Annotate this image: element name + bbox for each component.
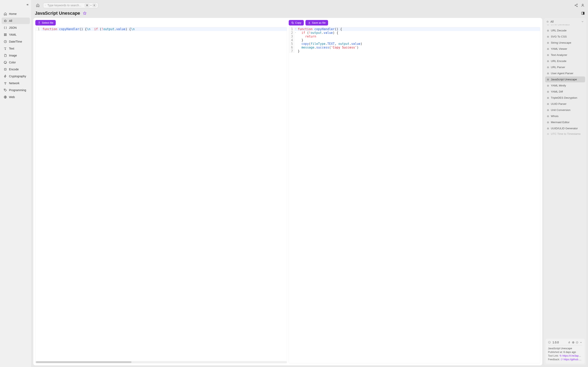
tool-item-whois[interactable]: Whois (545, 113, 585, 119)
sidebar-item-label: Date/Time (9, 40, 22, 43)
search-input[interactable] (47, 4, 83, 7)
tool-item-string-unescape[interactable]: String Unescape (545, 40, 585, 46)
svg-point-21 (548, 30, 549, 31)
sidebar-item-label: All (9, 19, 12, 22)
tool-item-uuid-ulid-generator[interactable]: UUID/ULID Generator (545, 125, 585, 131)
code-line[interactable]: 6 message.success('Copy Success') (289, 46, 540, 49)
code-line[interactable]: 4 } (289, 38, 540, 42)
sidebar-collapse-button[interactable] (26, 3, 29, 6)
search-box[interactable]: ⌘ + K (43, 3, 98, 8)
tool-item-label: JavaScript Unescape (551, 78, 577, 81)
select-file-button[interactable]: Select file (35, 20, 56, 25)
chevron-down-icon[interactable] (580, 341, 582, 344)
right-panel-label: All (550, 20, 554, 23)
home-button[interactable] (35, 2, 41, 8)
message-icon[interactable] (561, 358, 563, 360)
tool-item-url-encode[interactable]: URL Encode (545, 58, 585, 64)
sidebar-item-json[interactable]: JSON (2, 25, 30, 31)
grid-icon (4, 33, 7, 36)
sidebar-item-all[interactable]: All (2, 17, 30, 24)
feedback-link[interactable]: https://github.com/… (563, 358, 582, 361)
tool-item-unit-conversion[interactable]: Unit Conversion (545, 107, 585, 113)
bug-icon (547, 29, 549, 32)
code-line[interactable]: 7} (289, 49, 540, 53)
copy-icon (291, 21, 294, 24)
sidebar-item-image[interactable]: Image (2, 52, 30, 59)
bug-icon (547, 66, 549, 68)
code-line[interactable]: 1function copyHandler() {\n if (!output.… (35, 27, 287, 31)
sidebar-item-network[interactable]: Network (2, 80, 30, 86)
code-line[interactable]: 2⌄ if (!output.value) { (289, 31, 540, 35)
code-line[interactable]: 5 copy(fileType.TEXT, output.value) (289, 42, 540, 46)
bug-icon (547, 115, 549, 117)
bug-icon (547, 133, 549, 135)
tool-item-utc-time-to-timestamp[interactable]: UTC Time to Timestamp (545, 132, 585, 135)
sidebar-item-label: YAML (9, 33, 17, 36)
sidebar: HomeAllJSONYAMLDate/TimeTextImageColorEn… (0, 0, 32, 367)
sidebar-item-cryptography[interactable]: Cryptography (2, 73, 30, 80)
sidebar-item-yaml[interactable]: YAML (2, 31, 30, 38)
page-title: JavaScript Unescape (35, 11, 80, 16)
braces-icon (4, 26, 7, 29)
tool-list[interactable]: UTM GeneratorURL DecodeSVG To CSSString … (544, 25, 586, 337)
input-code-editor[interactable]: 1function copyHandler() {\n if (!output.… (35, 27, 287, 363)
tool-item-tripledes-decryption[interactable]: TripleDES Decryption (545, 95, 585, 101)
bug-icon (547, 48, 549, 50)
tool-item-user-agent-parser[interactable]: User Agent Parser (545, 70, 585, 76)
tool-item-label: YAML Viewer (551, 47, 567, 50)
info-box: 1.0.0 JavaScript Unescape Published at: … (545, 339, 585, 364)
tool-item-yaml-diff[interactable]: YAML Diff (545, 89, 585, 95)
sidebar-item-color[interactable]: Color (2, 59, 30, 66)
line-number: 5 (289, 42, 295, 46)
tool-item-url-decode[interactable]: URL Decode (545, 27, 585, 33)
code-line[interactable]: 3 return (289, 35, 540, 38)
sidebar-item-programming[interactable]: Programming (2, 87, 30, 93)
tool-link[interactable]: https://t.he3app.co… (562, 354, 582, 357)
check-circle-icon[interactable] (576, 341, 579, 344)
right-panel-header[interactable]: All (544, 18, 586, 25)
tool-item-url-parser[interactable]: URL Parser (545, 64, 585, 70)
tool-item-label: URL Encode (551, 59, 566, 63)
tool-item-svg-to-css[interactable]: SVG To CSS (545, 34, 585, 40)
sidebar-nav: HomeAllJSONYAMLDate/TimeTextImageColorEn… (0, 11, 31, 100)
tool-item-label: YAML Diff (551, 90, 563, 93)
tool-item-javascript-unescape[interactable]: JavaScript Unescape (545, 76, 585, 82)
globe-icon[interactable] (572, 341, 575, 344)
right-panel: All UTM GeneratorURL DecodeSVG To CSSStr… (544, 18, 586, 365)
tool-item-yaml-viewer[interactable]: YAML Viewer (545, 46, 585, 52)
horizontal-scrollbar[interactable] (35, 361, 287, 363)
user-button[interactable] (581, 3, 585, 7)
svg-point-23 (548, 42, 549, 44)
svg-point-37 (548, 128, 549, 129)
fold-arrow-icon[interactable]: ⌄ (295, 31, 297, 35)
tool-item-label: String Unescape (551, 41, 571, 44)
save-as-file-button[interactable]: Save as file (305, 20, 328, 25)
bolt-icon[interactable] (568, 341, 571, 344)
sidebar-item-label: Image (9, 54, 17, 57)
favorite-button[interactable] (83, 11, 86, 15)
tool-item-yaml-minify[interactable]: YAML Minify (545, 83, 585, 89)
fold-arrow-icon[interactable]: ⌄ (295, 27, 297, 31)
tool-item-utm-generator[interactable]: UTM Generator (545, 25, 585, 27)
svg-rect-3 (4, 35, 5, 36)
page-header: JavaScript Unescape (32, 11, 588, 18)
sidebar-item-text[interactable]: Text (2, 45, 30, 52)
sidebar-item-web[interactable]: Web (2, 94, 30, 100)
tool-item-mermaid-editor[interactable]: Mermaid Editor (545, 119, 585, 125)
sidebar-item-encode[interactable]: Encode (2, 66, 30, 73)
copy-icon[interactable] (559, 355, 562, 357)
tool-item-label: Whois (551, 115, 559, 118)
tool-item-uuid-parser[interactable]: UUID Parser (545, 101, 585, 107)
copy-button[interactable]: Copy (289, 20, 304, 25)
output-code-editor[interactable]: 1⌄function copyHandler() {2⌄ if (!output… (289, 27, 540, 363)
bug-icon (547, 103, 549, 105)
output-editor-pane: Copy Save as file 1⌄function copyHandler… (289, 20, 540, 363)
code-line[interactable]: 1⌄function copyHandler() { (289, 27, 540, 31)
sidebar-item-home[interactable]: Home (2, 11, 30, 17)
tool-item-text-analyzer[interactable]: Text Analyzer (545, 52, 585, 58)
svg-point-35 (548, 116, 549, 117)
sidebar-item-date-time[interactable]: Date/Time (2, 38, 30, 45)
panel-toggle-button[interactable] (581, 11, 585, 15)
line-number: 2 (289, 31, 295, 35)
share-button[interactable] (574, 3, 578, 7)
